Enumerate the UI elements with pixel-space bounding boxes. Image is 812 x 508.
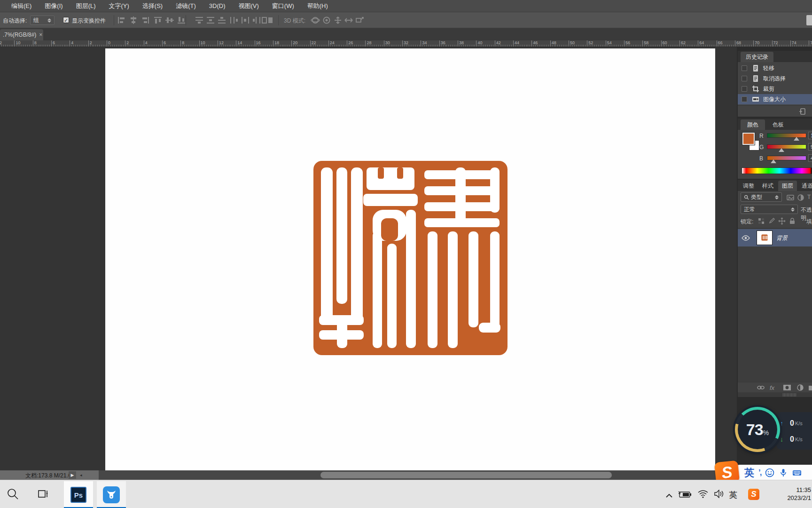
history-item-crop[interactable]: 裁剪: [738, 84, 812, 94]
channel-r-slider[interactable]: [767, 133, 806, 138]
ruler[interactable]: 1210864202468101214161820222426283032343…: [0, 40, 812, 47]
3d-scale-icon[interactable]: [354, 16, 365, 24]
channel-g-slider[interactable]: [767, 144, 806, 149]
ime-emoji-icon[interactable]: [765, 468, 774, 477]
layer-visibility-eye-icon[interactable]: [742, 234, 750, 240]
channel-g-value[interactable]: 9: [808, 143, 812, 151]
document-tab[interactable]: .7%(RGB/8#) ×: [0, 29, 43, 40]
tab-history[interactable]: 历史记录: [741, 52, 773, 62]
adjustment-layer-icon[interactable]: [796, 384, 804, 391]
3d-rotate-icon[interactable]: [310, 16, 320, 24]
channel-r-value[interactable]: 1: [808, 132, 812, 139]
battery-charging-icon[interactable]: [678, 491, 692, 498]
panel-resize-strip[interactable]: [738, 392, 812, 397]
menu-view[interactable]: 视图(V): [232, 0, 265, 12]
menu-filter[interactable]: 滤镜(T): [169, 0, 203, 12]
filter-pixel-layers-icon[interactable]: [787, 194, 794, 201]
channel-g-thumb[interactable]: [779, 148, 784, 152]
color-spectrum-ramp[interactable]: [742, 167, 812, 174]
layer-thumbnail[interactable]: [757, 230, 773, 245]
layer-mask-icon[interactable]: [783, 384, 791, 391]
distribute-left-icon[interactable]: [229, 16, 239, 24]
history-item-nudge[interactable]: 轻移: [738, 63, 812, 73]
align-top-edges-icon[interactable]: [153, 16, 163, 24]
channel-r-thumb[interactable]: [794, 137, 799, 141]
new-group-folder-icon[interactable]: [808, 384, 812, 391]
layer-row-background[interactable]: 背景: [738, 229, 812, 246]
history-source-checkbox[interactable]: [742, 86, 747, 92]
horizontal-scrollbar-thumb[interactable]: [320, 472, 612, 478]
align-h-centers-icon[interactable]: [128, 16, 139, 24]
history-source-checkbox[interactable]: [742, 96, 747, 102]
link-layers-icon[interactable]: [757, 384, 765, 391]
align-right-edges-icon[interactable]: [140, 16, 150, 24]
menu-help[interactable]: 帮助(H): [301, 0, 335, 12]
filter-type-layers-icon[interactable]: T: [807, 194, 811, 200]
align-bottom-edges-icon[interactable]: [176, 16, 187, 24]
taskbar-search-icon[interactable]: [7, 488, 19, 500]
tray-expand-chevron-icon[interactable]: [665, 492, 673, 496]
3d-drag-icon[interactable]: [333, 16, 343, 24]
tab-adjustments[interactable]: 调整: [740, 181, 757, 191]
canvas[interactable]: [105, 48, 715, 470]
lock-all-icon[interactable]: [789, 217, 796, 225]
menu-select[interactable]: 选择(S): [136, 0, 169, 12]
auto-select-dropdown[interactable]: 组: [30, 16, 55, 25]
lock-pixels-brush-icon[interactable]: [768, 217, 775, 225]
tab-color[interactable]: 颜色: [741, 119, 765, 130]
3d-roll-icon[interactable]: [321, 16, 332, 24]
distribute-h-centers-icon[interactable]: [240, 16, 250, 24]
menu-3d[interactable]: 3D(D): [203, 0, 232, 12]
channel-b-thumb[interactable]: [771, 159, 776, 163]
distribute-spacing-icon[interactable]: [261, 16, 273, 24]
tab-layers[interactable]: 图层: [778, 181, 797, 191]
history-item-image-size[interactable]: 图像大小: [738, 94, 812, 104]
tab-swatches[interactable]: 色板: [766, 119, 790, 130]
menu-edit[interactable]: 编辑(E): [5, 0, 38, 12]
status-back-arrow[interactable]: ◂: [80, 473, 82, 477]
status-expand-button[interactable]: ▶: [69, 471, 76, 479]
distribute-bottom-icon[interactable]: [217, 16, 227, 24]
menu-layer[interactable]: 图层(L): [70, 0, 102, 12]
blend-mode-dropdown[interactable]: 正常: [741, 205, 798, 214]
layer-effects-fx-icon[interactable]: fx: [770, 384, 774, 392]
distribute-top-icon[interactable]: [194, 16, 204, 24]
ime-voice-mic-icon[interactable]: [779, 468, 788, 477]
lock-position-icon[interactable]: [778, 217, 786, 225]
3d-slide-icon[interactable]: [344, 16, 354, 24]
menu-window[interactable]: 窗口(W): [265, 0, 301, 12]
lock-transparency-icon[interactable]: [757, 217, 765, 225]
align-v-centers-icon[interactable]: [164, 16, 175, 24]
align-left-edges-icon[interactable]: [117, 16, 127, 24]
tray-sogou-icon[interactable]: S: [748, 489, 759, 500]
tray-ime-language-indicator[interactable]: 英: [729, 490, 737, 500]
ime-punctuation-icon[interactable]: ’,: [758, 468, 761, 477]
distribute-right-icon[interactable]: [251, 16, 262, 24]
close-tab-icon[interactable]: ×: [39, 32, 42, 38]
speaker-volume-icon[interactable]: [713, 490, 725, 498]
foreground-color-swatch[interactable]: [742, 133, 755, 145]
distribute-v-centers-icon[interactable]: [205, 16, 216, 24]
layer-filter-dropdown[interactable]: 类型: [741, 192, 782, 202]
taskbar-bull-app[interactable]: [97, 481, 126, 508]
history-source-checkbox[interactable]: [742, 65, 747, 71]
filter-adjustment-layers-icon[interactable]: [797, 194, 804, 201]
network-speed-pill[interactable]: ↑ 0 K/s ↓ 0 K/s: [776, 412, 812, 450]
menu-type[interactable]: 文字(Y): [102, 0, 136, 12]
channel-b-value[interactable]: 4: [808, 154, 812, 162]
options-bar-overflow-button[interactable]: [806, 15, 812, 25]
taskbar-clock[interactable]: 11:35 2023/2/1: [764, 486, 811, 502]
memory-usage-dial[interactable]: 73 %: [735, 407, 780, 452]
history-source-checkbox[interactable]: [742, 76, 747, 81]
wifi-icon[interactable]: [697, 490, 709, 498]
menu-image[interactable]: 图像(I): [38, 0, 69, 12]
ime-language-mode[interactable]: 英: [744, 466, 754, 479]
ime-keyboard-icon[interactable]: [792, 468, 802, 477]
task-view-icon[interactable]: [38, 489, 49, 500]
tab-styles[interactable]: 样式: [759, 181, 777, 191]
tab-channels[interactable]: 通道: [798, 181, 812, 191]
show-transform-checkbox[interactable]: ✓: [63, 17, 69, 23]
resize-grip[interactable]: [783, 393, 796, 397]
taskbar-photoshop-app[interactable]: Ps: [64, 481, 93, 508]
new-document-from-state-icon[interactable]: [799, 108, 807, 115]
